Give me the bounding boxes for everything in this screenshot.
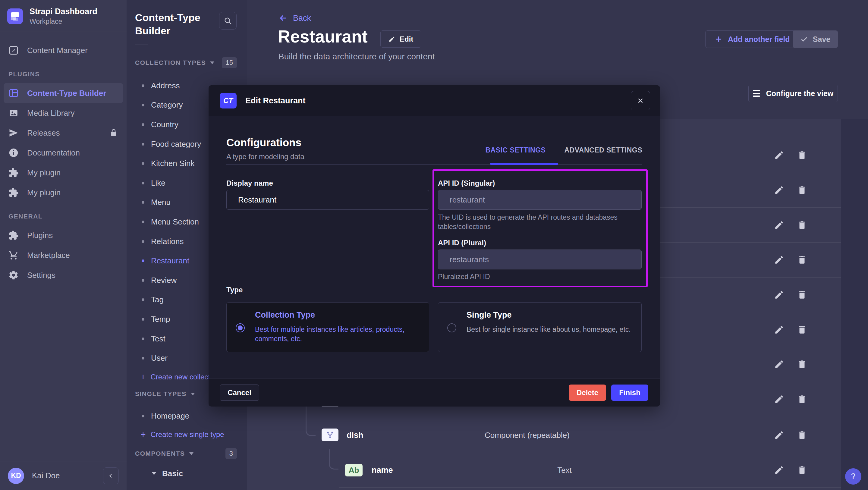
sidebar-item-marketplace[interactable]: Marketplace — [4, 245, 123, 265]
search-icon — [224, 17, 232, 25]
api-id-singular-input[interactable] — [438, 190, 642, 210]
sidebar-item-label: Content Manager — [27, 46, 88, 55]
edit-field-button[interactable] — [774, 255, 784, 265]
edit-field-button[interactable] — [774, 289, 784, 300]
avatar[interactable]: KD — [8, 468, 24, 484]
edit-field-button[interactable] — [774, 220, 784, 230]
delete-field-button[interactable] — [797, 325, 807, 335]
api-id-plural-label: API ID (Plural) — [438, 239, 486, 247]
edit-field-button[interactable] — [774, 430, 784, 440]
edit-field-button[interactable] — [774, 185, 784, 195]
pencil-icon — [389, 36, 395, 42]
display-name-label: Display name — [226, 179, 273, 187]
edit-button[interactable]: Edit — [380, 30, 421, 48]
edit-field-button[interactable] — [774, 150, 784, 160]
sidebar-item-label: My plugin — [27, 188, 61, 197]
sidebar-item-media-library[interactable]: Media Library — [4, 103, 123, 123]
sidebar-item-label: Media Library — [27, 109, 75, 118]
add-another-field-button[interactable]: Add another field — [705, 30, 799, 48]
radio-selected-icon[interactable] — [236, 323, 245, 332]
collapse-sidebar-button[interactable] — [103, 467, 119, 484]
pencil-icon — [774, 359, 784, 369]
edit-field-button[interactable] — [774, 359, 784, 369]
close-modal-button[interactable] — [631, 91, 650, 110]
delete-field-button[interactable] — [797, 185, 807, 195]
modal-title: Edit Restaurant — [245, 85, 306, 116]
edit-field-button[interactable] — [774, 465, 784, 475]
page-subtitle: Build the data architecture of your cont… — [278, 52, 435, 61]
radio-unselected-icon[interactable] — [447, 323, 456, 332]
user-footer: KD Kai Doe — [0, 461, 127, 490]
help-button[interactable]: ? — [845, 468, 861, 485]
components-header[interactable]: COMPONENTS 3 — [127, 448, 247, 459]
plus-icon: + — [141, 373, 146, 380]
component-category-basic[interactable]: Basic — [152, 469, 183, 478]
delete-field-button[interactable] — [797, 150, 807, 160]
close-icon — [637, 97, 644, 104]
delete-button[interactable]: Delete — [569, 385, 606, 401]
tab-advanced-settings[interactable]: ADVANCED SETTINGS — [564, 146, 642, 154]
screen: Strapi Dashboard Workplace Content Manag… — [0, 0, 868, 490]
tabs-divider — [226, 164, 642, 164]
trash-icon — [797, 185, 807, 195]
user-name: Kai Doe — [32, 471, 60, 480]
configure-the-view-button[interactable]: Configure the view — [748, 85, 838, 102]
sidebar-item-my-plugin-1[interactable]: My plugin — [4, 163, 123, 183]
cancel-button[interactable]: Cancel — [220, 385, 259, 401]
api-id-singular-label: API ID (Singular) — [438, 179, 495, 187]
finish-button[interactable]: Finish — [611, 385, 648, 401]
tab-basic-settings[interactable]: BASIC SETTINGS — [485, 146, 546, 154]
sidebar-item-documentation[interactable]: Documentation — [4, 143, 123, 163]
delete-field-button[interactable] — [797, 255, 807, 265]
workspace-switcher[interactable]: Strapi Dashboard Workplace — [0, 0, 127, 32]
sidebar-item-content-type-builder[interactable]: Content-Type Builder — [4, 83, 123, 103]
collection-types-header[interactable]: COLLECTION TYPES 15 — [127, 57, 247, 68]
trash-icon — [797, 325, 807, 335]
search-button[interactable] — [219, 12, 237, 30]
delete-field-button[interactable] — [797, 220, 807, 230]
pencil-icon — [774, 325, 784, 335]
pencil-icon — [774, 289, 784, 300]
option-title: Collection Type — [255, 310, 315, 320]
strapi-logo-icon — [7, 8, 23, 24]
field-name: dish — [347, 430, 364, 440]
text-field-icon: Ab — [345, 464, 363, 477]
app-title: Strapi Dashboard — [30, 7, 97, 17]
collection-type-option[interactable]: Collection Type Best for multiple instan… — [226, 302, 429, 352]
delete-field-button[interactable] — [797, 430, 807, 440]
delete-field-button[interactable] — [797, 359, 807, 369]
single-type-item[interactable]: Homepage — [127, 406, 247, 426]
pencil-icon — [774, 220, 784, 230]
modal-footer: Cancel Delete Finish — [209, 378, 660, 406]
edit-field-button[interactable] — [774, 394, 784, 404]
create-single-type-link[interactable]: + Create new single type — [141, 430, 224, 439]
sidebar-item-releases[interactable]: Releases — [4, 123, 123, 143]
edit-field-button[interactable] — [774, 325, 784, 335]
pencil-icon — [774, 255, 784, 265]
puzzle-icon — [8, 230, 19, 241]
save-button[interactable]: Save — [793, 30, 838, 48]
single-type-option[interactable]: Single Type Best for single instance lik… — [438, 302, 642, 352]
lock-icon — [109, 128, 118, 137]
trash-icon — [797, 430, 807, 440]
sidebar-item-my-plugin-2[interactable]: My plugin — [4, 183, 123, 203]
field-name: name — [372, 466, 393, 475]
sidebar-item-content-manager[interactable]: Content Manager — [4, 40, 123, 60]
delete-field-button[interactable] — [797, 394, 807, 404]
option-description: Best for multiple instances like article… — [255, 325, 418, 343]
single-types-list: Homepage — [127, 406, 247, 426]
delete-field-button[interactable] — [797, 465, 807, 475]
display-name-input[interactable] — [226, 190, 429, 210]
sidebar-item-label: Documentation — [27, 148, 80, 158]
delete-field-button[interactable] — [797, 289, 807, 300]
sidebar-item-label: Releases — [27, 128, 60, 138]
sidebar-item-plugins[interactable]: Plugins — [4, 225, 123, 245]
divider — [339, 487, 841, 488]
api-id-plural-input[interactable] — [438, 249, 642, 269]
plus-icon: + — [141, 431, 146, 438]
back-link[interactable]: Back — [278, 13, 311, 23]
sidebar-item-settings[interactable]: Settings — [4, 265, 123, 285]
pencil-icon — [774, 150, 784, 160]
trash-icon — [797, 465, 807, 475]
sidebar-item-label: My plugin — [27, 168, 61, 178]
